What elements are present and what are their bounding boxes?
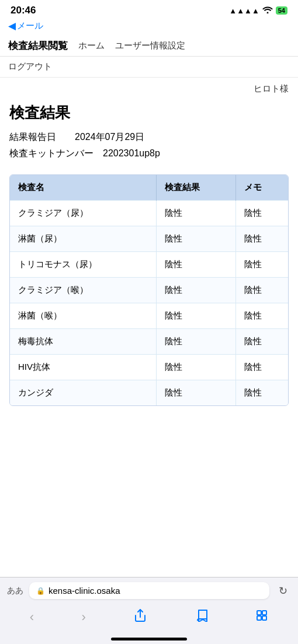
table-row: クラミジア（喉）陰性陰性 [10,278,288,303]
browser-bar: ああ 🔒 kensa-clinic.osaka ↻ ‹ › [0,577,298,644]
info-section: 結果報告日 2024年07月29日 検査キットナンバー 2202301up8p [0,127,298,170]
cell-r0-c2: 陰性 [235,201,288,226]
svg-rect-1 [257,611,261,615]
status-bar: 20:46 ▲▲▲▲ 54 [0,0,298,19]
table-row: HIV抗体陰性陰性 [10,355,288,380]
back-navigation[interactable]: ◀ メール [0,19,298,36]
table-row: トリコモナス（尿）陰性陰性 [10,252,288,278]
battery-icon: 54 [276,6,287,15]
back-label: メール [17,20,43,32]
address-bar-row: ああ 🔒 kensa-clinic.osaka ↻ [0,578,298,604]
share-button[interactable] [127,606,153,628]
svg-rect-2 [262,611,266,615]
cell-r5-c1: 陰性 [156,329,235,355]
table-row: カンジダ陰性陰性 [10,380,288,406]
nav-link-home[interactable]: ホーム [78,40,105,51]
nav-link-user-settings[interactable]: ユーザー情報設定 [115,40,185,51]
home-indicator [111,638,187,640]
table-row: クラミジア（尿）陰性陰性 [10,201,288,226]
table-header-row: 検査名 検査結果 メモ [10,175,288,201]
cell-r7-c1: 陰性 [156,380,235,406]
user-greeting: ヒロト様 [0,78,298,97]
cell-r4-c0: 淋菌（喉） [10,303,156,329]
cell-r0-c1: 陰性 [156,201,235,226]
reload-button[interactable]: ↻ [275,583,291,598]
cell-r7-c2: 陰性 [235,380,288,406]
table-row: 淋菌（尿）陰性陰性 [10,226,288,252]
col-header-result: 検査結果 [156,175,235,201]
cell-r5-c0: 梅毒抗体 [10,329,156,355]
results-table: 検査名 検査結果 メモ クラミジア（尿）陰性陰性淋菌（尿）陰性陰性トリコモナス（… [10,175,288,405]
cell-r6-c1: 陰性 [156,355,235,380]
cell-r0-c0: クラミジア（尿） [10,201,156,226]
address-bar[interactable]: 🔒 kensa-clinic.osaka [29,582,269,599]
cell-r1-c2: 陰性 [235,226,288,252]
table-row: 梅毒抗体陰性陰性 [10,329,288,355]
domain-text: kensa-clinic.osaka [48,586,120,596]
back-button[interactable]: ‹ [24,607,40,627]
col-header-name: 検査名 [10,175,156,201]
kit-number-row: 検査キットナンバー 2202301up8p [9,146,289,160]
result-date-row: 結果報告日 2024年07月29日 [9,130,289,144]
cell-r3-c1: 陰性 [156,278,235,303]
cell-r3-c2: 陰性 [235,278,288,303]
cell-r4-c2: 陰性 [235,303,288,329]
cell-r1-c0: 淋菌（尿） [10,226,156,252]
aa-label[interactable]: ああ [7,586,23,596]
lock-icon: 🔒 [36,587,45,595]
cell-r2-c1: 陰性 [156,252,235,278]
logout-link[interactable]: ログアウト [8,61,52,71]
tabs-button[interactable] [250,607,274,628]
browser-actions: ‹ › [0,604,298,638]
cell-r3-c0: クラミジア（喉） [10,278,156,303]
cell-r2-c2: 陰性 [235,252,288,278]
svg-rect-3 [257,616,261,620]
cell-r7-c0: カンジダ [10,380,156,406]
secondary-nav: ログアウト [0,57,298,78]
col-header-memo: メモ [235,175,288,201]
page-heading: 検査結果 [0,97,298,127]
cell-r1-c1: 陰性 [156,226,235,252]
forward-button[interactable]: › [76,607,92,627]
site-title: 検査結果閲覧 [8,39,68,52]
status-icons: ▲▲▲▲ 54 [229,6,287,15]
bookmarks-button[interactable] [189,607,214,628]
cell-r5-c2: 陰性 [235,329,288,355]
wifi-icon [262,6,273,15]
svg-rect-4 [262,616,266,620]
cell-r4-c1: 陰性 [156,303,235,329]
top-nav: 検査結果閲覧 ホーム ユーザー情報設定 [0,36,298,57]
cell-r2-c0: トリコモナス（尿） [10,252,156,278]
cell-r6-c2: 陰性 [235,355,288,380]
results-table-container: 検査名 検査結果 メモ クラミジア（尿）陰性陰性淋菌（尿）陰性陰性トリコモナス（… [9,174,289,406]
cell-r6-c0: HIV抗体 [10,355,156,380]
status-time: 20:46 [11,5,36,16]
back-arrow-icon: ◀ [8,20,16,32]
signal-icon: ▲▲▲▲ [229,6,259,15]
table-row: 淋菌（喉）陰性陰性 [10,303,288,329]
